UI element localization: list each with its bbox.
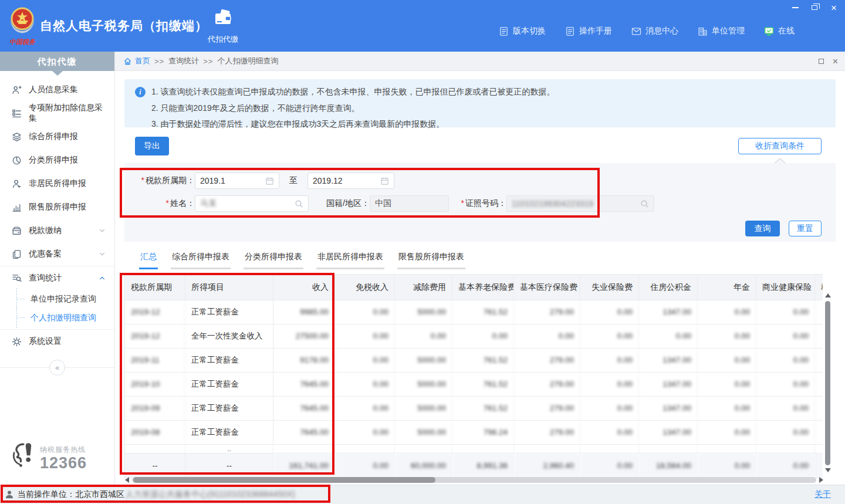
column-header: 所得项目 — [185, 275, 273, 300]
table-cell: 8,991.36 — [452, 454, 514, 478]
table-row-truncated: .. — [125, 445, 823, 454]
table-cell: 正常工资薪金 — [185, 421, 273, 444]
tab-classified-return[interactable]: 分类所得申报表 — [244, 252, 303, 269]
id-number-value-masked: 110102199304223319 — [512, 199, 593, 208]
period-to-value: 2019.12 — [313, 176, 343, 185]
scroll-left-arrow-icon[interactable] — [125, 477, 129, 483]
search-icon[interactable] — [295, 199, 303, 208]
header-menu-message-center[interactable]: 消息中心 — [631, 26, 678, 36]
sidebar-subitem-label: 单位申报记录查询 — [31, 294, 96, 303]
horizontal-scrollbar[interactable] — [125, 476, 823, 483]
calendar-icon[interactable] — [265, 177, 274, 185]
user-icon — [5, 490, 14, 499]
home-icon — [123, 57, 132, 66]
sidebar-item-comprehensive-income[interactable]: 综合所得申报 — [0, 125, 114, 148]
sidebar-item-restricted-shares[interactable]: 限售股所得申报 — [0, 195, 114, 219]
table-cell: 7645.00 — [273, 421, 335, 444]
reset-button[interactable]: 重置 — [789, 221, 822, 236]
about-link[interactable]: 关于 — [814, 489, 831, 500]
china-tax-emblem-logo: 中国税务 — [6, 4, 39, 49]
name-input[interactable]: 马某 — [195, 195, 309, 212]
table-cell: 正常工资薪金 — [185, 373, 273, 396]
sidebar-item-preferential-filing[interactable]: 优惠备案 — [0, 242, 114, 266]
header-menu-manual[interactable]: 操作手册 — [565, 26, 612, 36]
panel-restore-icon[interactable] — [819, 59, 824, 64]
column-header: 住房公积金 — [639, 275, 698, 300]
table-cell: 1347.00 — [639, 300, 698, 324]
header-menu-version-switch[interactable]: 版本切换 — [499, 26, 546, 36]
scroll-right-arrow-icon[interactable] — [819, 477, 823, 483]
period-from-input[interactable]: 2019.1 — [195, 172, 279, 189]
column-header: 基本医疗保险费 — [514, 275, 580, 300]
sidebar-item-system-settings[interactable]: 系统设置 — [0, 330, 114, 353]
header-menu-online-status[interactable]: 在线 — [764, 26, 795, 36]
table-cell: 27500.00 — [273, 324, 335, 348]
table-cell: 761.52 — [452, 300, 514, 324]
sidebar-item-nonresident-income[interactable]: 非居民所得申报 — [0, 172, 114, 195]
sidebar-nav: 人员信息采集专项附加扣除信息采集综合所得申报分类所得申报非居民所得申报限售股所得… — [0, 71, 114, 353]
sidebar-collapse-button[interactable]: « — [49, 360, 65, 376]
tab-summary[interactable]: 汇总 — [139, 252, 158, 269]
window-minimize-button[interactable] — [790, 2, 800, 13]
period-to-input[interactable]: 2019.12 — [307, 172, 394, 189]
status-bar: 当前操作单位：北京市西城区 人力资源公共服务中心(911101023368844… — [0, 485, 845, 504]
message-center-label: 消息中心 — [645, 26, 678, 36]
window-restore-button[interactable] — [809, 2, 820, 13]
sidebar-item-personnel-info[interactable]: 人员信息采集 — [0, 78, 114, 102]
table-cell: 1347.00 — [639, 397, 698, 420]
table-cell: 1347.00 — [639, 349, 698, 372]
table-cell — [335, 445, 395, 453]
scroll-down-arrow-icon[interactable] — [825, 468, 831, 472]
table-cell: 0.00 — [698, 324, 756, 348]
tab-restricted-shares-return[interactable]: 限售股所得申报表 — [397, 252, 465, 269]
sidebar-item-classified-income[interactable]: 分类所得申报 — [0, 148, 114, 172]
panel-notch — [775, 159, 785, 164]
table-cell — [395, 445, 452, 453]
table-cell: -- — [125, 454, 185, 478]
sidebar-item-label: 限售股所得申报 — [29, 202, 86, 212]
table-cell: 0.00 — [698, 397, 756, 420]
table-cell: 761.52 — [452, 397, 514, 420]
sidebar-item-special-deduction[interactable]: 专项附加扣除信息采集 — [0, 102, 114, 125]
table-cell: 0.00 — [756, 324, 815, 348]
table-cell: 761.52 — [452, 349, 514, 372]
breadcrumb-home-link[interactable]: 首页 — [135, 56, 150, 66]
person-icon — [12, 179, 22, 189]
column-header: 商业健康保险 — [756, 275, 815, 300]
sidebar-item-query-statistics[interactable]: 查询统计 — [0, 266, 114, 289]
sidebar-item-personal-withholding-details[interactable]: 个人扣缴明细查询 — [0, 308, 114, 327]
column-header: 免税收入 — [335, 275, 395, 300]
table-cell: 0.00 — [335, 300, 395, 324]
header-menu-org-management[interactable]: 单位管理 — [698, 26, 745, 36]
horizontal-scrollbar-thumb[interactable] — [133, 477, 435, 483]
export-button[interactable]: 导出 — [135, 137, 169, 155]
collapse-query-conditions-button[interactable]: 收折查询条件 — [738, 138, 822, 154]
table-cell — [125, 445, 185, 453]
table-cell: 2019-09 — [125, 397, 185, 420]
nationality-input: 中国 — [370, 195, 449, 212]
nationality-label: 国籍/地区： — [323, 198, 370, 209]
calendar-icon[interactable] — [380, 177, 389, 185]
table-cell — [815, 421, 823, 444]
tab-nonresident-return[interactable]: 非居民所得申报表 — [316, 252, 384, 269]
window-close-button[interactable]: × — [829, 2, 839, 13]
online-status-label: 在线 — [778, 26, 795, 36]
vertical-scrollbar[interactable] — [824, 274, 832, 475]
table-cell: 2019-12 — [125, 324, 185, 348]
table-cell — [815, 454, 823, 478]
table-cell: 全年一次性奖金收入 — [185, 324, 273, 348]
tree-guide — [16, 307, 17, 328]
vertical-scrollbar-thumb[interactable] — [825, 301, 830, 465]
tab-comprehensive-return[interactable]: 综合所得申报表 — [171, 252, 231, 269]
panel-close-icon[interactable]: × — [833, 57, 838, 66]
chevron-down-icon — [98, 226, 106, 235]
scroll-up-arrow-icon[interactable] — [825, 293, 831, 297]
query-button[interactable]: 查询 — [745, 221, 780, 236]
period-to-word: 至 — [289, 175, 298, 186]
sidebar-item-tax-payment[interactable]: 税款缴纳 — [0, 219, 114, 242]
tab-withholding[interactable]: 代扣代缴 — [202, 8, 244, 45]
notice-line: 3. 由于数据处理的滞后性，建议您在申报成功3天之后再来查询最新的申报数据。 — [151, 116, 824, 133]
period-label: *税款所属期： — [124, 175, 195, 186]
search-icon[interactable] — [640, 199, 649, 208]
sidebar-item-unit-declare-records[interactable]: 单位申报记录查询 — [0, 289, 114, 308]
